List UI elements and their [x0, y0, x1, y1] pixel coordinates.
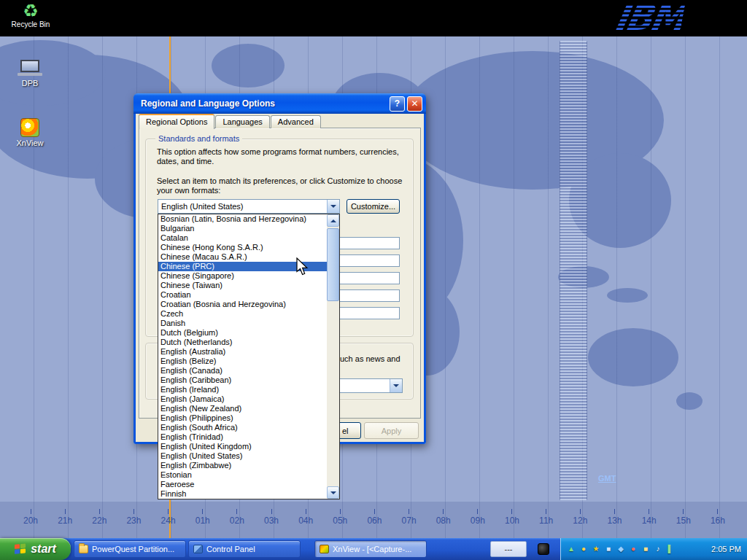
timezone-tick [717, 509, 718, 514]
start-button[interactable]: start [0, 538, 71, 560]
tab[interactable]: Languages [215, 115, 269, 128]
tab[interactable]: Advanced [271, 115, 321, 128]
tab[interactable]: Regional Options [139, 114, 214, 129]
recycle-bin-label: Recycle Bin [12, 20, 50, 28]
dropdown-item[interactable]: English (Philippines) [158, 413, 327, 423]
xnview-icon [20, 118, 39, 137]
dropdown-item[interactable]: Croatian [158, 290, 327, 300]
timezone-label: 03h [264, 509, 279, 526]
timezone-label: 23h [126, 509, 141, 526]
timezone-tick [683, 509, 684, 514]
customize-button[interactable]: Customize... [347, 199, 400, 214]
task-icon [320, 545, 329, 553]
dropdown-item[interactable]: English (Jamaica) [158, 394, 327, 404]
dropdown-item[interactable]: Dutch (Netherlands) [158, 338, 327, 347]
dropdown-item[interactable]: Estonian [158, 470, 327, 480]
dropdown-item[interactable]: Catalan [158, 233, 327, 243]
timezone-label: 22h [92, 509, 107, 526]
power-icon[interactable]: ▌ [665, 544, 676, 554]
dropdown-item[interactable]: English (United States) [158, 451, 327, 461]
dropdown-item[interactable]: English (South Africa) [158, 423, 327, 432]
dialog-titlebar[interactable]: Regional and Language Options ? ✕ [133, 93, 426, 114]
dropdown-item[interactable]: English (Zimbabwe) [158, 461, 327, 470]
xnview-label: XnView [16, 139, 43, 147]
task-icon [79, 545, 88, 553]
display-icon[interactable]: ■ [603, 544, 614, 554]
scroll-up-button[interactable] [327, 214, 339, 227]
scroll-thumb[interactable] [327, 228, 339, 301]
task-control-panel[interactable]: Control Panel [188, 540, 301, 558]
gmt-label: GMT [598, 474, 616, 483]
taskbar-separator-button[interactable]: --- [490, 541, 527, 557]
dropdown-item[interactable]: English (New Zealand) [158, 404, 327, 413]
timezone-label: 16h [711, 509, 725, 526]
dropdown-item[interactable]: Bulgarian [158, 224, 327, 233]
timezone-tick [306, 509, 306, 514]
format-combobox-value: English (United States) [161, 202, 244, 211]
help-button[interactable]: ? [390, 96, 405, 112]
timezone-label: 05h [333, 509, 347, 526]
timezone-label: 07h [402, 509, 417, 526]
message-icon[interactable]: ● [628, 544, 638, 554]
dpb-label: DPB [22, 79, 39, 88]
dropdown-item[interactable]: English (Ireland) [158, 385, 327, 394]
dropdown-item[interactable]: Chinese (Hong Kong S.A.R.) [158, 243, 327, 252]
timezone-tick [511, 509, 512, 514]
ime-icon[interactable]: ■ [640, 544, 651, 554]
close-button[interactable]: ✕ [407, 96, 422, 112]
taskbar: start PowerQuest Partition... Control Pa… [0, 538, 747, 560]
dropdown-item[interactable]: English (United Kingdom) [158, 442, 327, 451]
dropdown-item[interactable]: English (Australia) [158, 347, 327, 357]
desktop: GMT 20h 21h 22h 23h [0, 0, 747, 560]
standards-group-title: Standards and formats [155, 134, 242, 143]
location-text-fragment: uch as news and [340, 354, 400, 363]
recycle-bin-icon[interactable]: ♻ Recycle Bin [7, 1, 54, 28]
combobox-dropdown-icon[interactable] [327, 200, 339, 213]
mouse-cursor [296, 257, 309, 279]
security-key-icon[interactable]: ★ [591, 544, 601, 554]
dropdown-item[interactable]: English (Belize) [158, 357, 327, 366]
dropdown-item[interactable]: Czech [158, 309, 327, 319]
timezone-labels: 20h 21h 22h 23h 24h [0, 509, 747, 526]
top-strip: ♻ Recycle Bin IBM [0, 0, 747, 36]
update-icon[interactable]: ● [578, 544, 589, 554]
dropdown-item[interactable]: Croatian (Bosnia and Herzegovina) [158, 300, 327, 309]
eject-icon[interactable]: ▲ [566, 544, 576, 554]
timezone-tick [168, 509, 169, 514]
timezone-label: 04h [298, 509, 313, 526]
timezone-tick [580, 509, 581, 514]
dropdown-item[interactable]: Chinese (Taiwan) [158, 281, 327, 290]
dropdown-item[interactable]: Bosnian (Latin, Bosnia and Herzegovina) [158, 214, 327, 224]
taskbar-dark-icon[interactable] [538, 543, 549, 555]
timezone-tick [236, 509, 237, 514]
dialog-title: Regional and Language Options [141, 98, 387, 109]
scroll-down-button[interactable] [327, 486, 339, 499]
dropdown-item[interactable]: Dutch (Belgium) [158, 328, 327, 338]
dropdown-item[interactable]: Faeroese [158, 480, 327, 489]
apply-button[interactable]: Apply [364, 422, 419, 439]
location-combobox-dropdown-icon[interactable] [390, 379, 402, 392]
volume-icon[interactable]: ♪ [653, 544, 663, 554]
timezone-label: 02h [230, 509, 244, 526]
timezone-label: 13h [608, 509, 622, 526]
standards-description: This option affects how some programs fo… [157, 147, 411, 166]
taskbar-clock[interactable]: 2:05 PM [711, 545, 741, 553]
dropdown-item[interactable]: English (Canada) [158, 366, 327, 376]
network-icon[interactable]: ◆ [616, 544, 626, 554]
dropdown-scrollbar[interactable] [327, 214, 339, 499]
timezone-label: 12h [573, 509, 587, 526]
task-powerquest[interactable]: PowerQuest Partition... [74, 540, 186, 558]
format-combobox[interactable]: English (United States) [158, 199, 340, 214]
task-xnview[interactable]: XnView - [<Capture-... [314, 540, 427, 558]
timezone-tick [31, 509, 31, 514]
timezone-tick [546, 509, 546, 514]
desktop-icon-dpb[interactable]: DPB [6, 60, 54, 88]
timezone-label: 20h [23, 509, 38, 526]
dropdown-item[interactable]: English (Caribbean) [158, 376, 327, 385]
desktop-icon-xnview[interactable]: XnView [6, 118, 54, 147]
dropdown-item[interactable]: Finnish [158, 489, 327, 499]
timezone-tick [340, 509, 341, 514]
dropdown-item[interactable]: English (Trinidad) [158, 432, 327, 442]
timezone-label: 01h [196, 509, 210, 526]
dropdown-item[interactable]: Danish [158, 319, 327, 328]
